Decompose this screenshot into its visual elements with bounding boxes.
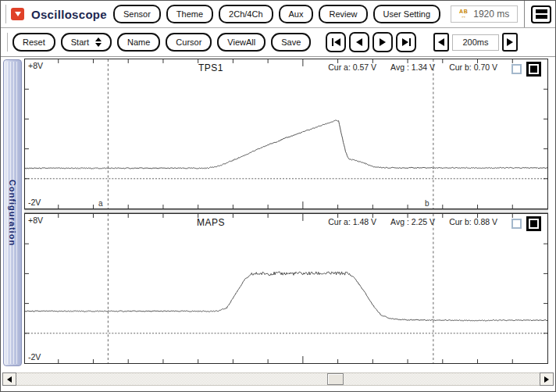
cursor-readouts: Cur a: 0.57 V Avg : 1.34 V Cur b: 0.70 V xyxy=(328,62,497,72)
step-back-icon xyxy=(356,38,362,46)
skip-end-icon xyxy=(402,38,408,46)
save-button[interactable]: Save xyxy=(271,33,311,52)
arrow-left-icon xyxy=(438,38,444,46)
step-forward-button[interactable] xyxy=(372,32,393,52)
cursor-b-readout: Cur b: 0.88 V xyxy=(449,217,497,226)
timebase-prev-button[interactable] xyxy=(433,33,449,52)
toolbar-grip xyxy=(7,33,8,52)
arrow-right-icon xyxy=(544,376,549,383)
cursor-readouts: Cur a: 1.48 V Avg : 2.25 V Cur b: 0.88 V xyxy=(328,217,497,226)
scale-bottom-label: -2V xyxy=(28,352,41,362)
skip-start-button[interactable] xyxy=(326,32,346,52)
viewall-button[interactable]: ViewAll xyxy=(217,33,266,52)
arrow-left-icon xyxy=(7,376,12,383)
toolbar-divider xyxy=(524,1,525,27)
elapsed-time-value: 1920 ms xyxy=(473,9,509,20)
caret-down-icon xyxy=(15,12,21,16)
window-menu-icon[interactable] xyxy=(531,5,551,23)
channel-panel-maps: +8V MAPS Cur a: 1.48 V Avg : 2.25 V Cur … xyxy=(24,213,548,364)
aux-button[interactable]: Aux xyxy=(279,5,314,23)
avg-readout: Avg : 2.25 V xyxy=(390,217,435,226)
start-button[interactable]: Start xyxy=(61,33,112,52)
scale-top-label: +8V xyxy=(28,61,43,70)
toolbar-grip xyxy=(5,5,6,23)
spinner-icon[interactable] xyxy=(95,37,102,47)
channel-title: TPS1 xyxy=(173,62,248,73)
playback-group xyxy=(326,32,416,52)
sensor-button[interactable]: Sensor xyxy=(113,5,161,23)
scroll-right-button[interactable] xyxy=(540,372,554,386)
cursor-button[interactable]: Cursor xyxy=(166,33,212,52)
reset-button[interactable]: Reset xyxy=(12,33,55,52)
app-menu-icon[interactable] xyxy=(11,8,24,20)
skip-end-button[interactable] xyxy=(396,32,416,52)
channel-checkbox-tps1[interactable] xyxy=(511,64,522,74)
oscilloscope-window: Oscilloscope Sensor Theme 2Ch/4Ch Aux Re… xyxy=(0,0,556,392)
skip-start-icon xyxy=(334,38,340,46)
name-button[interactable]: Name xyxy=(117,33,160,52)
horizontal-scrollbar[interactable] xyxy=(2,372,554,386)
channel-panel-tps1: +8V TPS1 Cur a: 0.57 V Avg : 1.34 V Cur … xyxy=(24,59,548,209)
theme-button[interactable]: Theme xyxy=(166,5,213,23)
cursor-a-readout: Cur a: 1.48 V xyxy=(328,217,376,226)
scroll-left-button[interactable] xyxy=(2,372,16,386)
cursor-a-readout: Cur a: 0.57 V xyxy=(328,62,376,72)
channel-color-indicator-tps1[interactable] xyxy=(526,62,541,77)
content-area: Configuration +8V TPS1 Cur a: 0.57 V Avg… xyxy=(1,57,555,368)
scale-top-label: +8V xyxy=(28,216,43,225)
cursor-a-label: a xyxy=(98,199,103,208)
configuration-tab[interactable]: Configuration xyxy=(3,59,22,366)
review-button[interactable]: Review xyxy=(319,5,367,23)
arrow-right-icon xyxy=(507,38,513,46)
channel-checkbox-maps[interactable] xyxy=(511,219,522,229)
avg-readout: Avg : 1.34 V xyxy=(390,62,435,72)
step-back-button[interactable] xyxy=(349,32,369,52)
title-toolbar: Oscilloscope Sensor Theme 2Ch/4Ch Aux Re… xyxy=(1,1,555,28)
waveform-plot-tps1[interactable] xyxy=(25,59,547,208)
ab-cursor-icon: AB ↔ xyxy=(459,9,468,19)
timebase-next-button[interactable] xyxy=(502,33,518,52)
scrollbar-track[interactable] xyxy=(16,372,540,386)
cursor-b-label: b xyxy=(425,199,429,208)
waveform-plot-maps[interactable] xyxy=(25,214,547,363)
timebase-group: 200ms xyxy=(433,33,518,52)
scope-panels: +8V TPS1 Cur a: 0.57 V Avg : 1.34 V Cur … xyxy=(24,59,548,368)
elapsed-time-display: AB ↔ 1920 ms xyxy=(451,5,518,23)
timebase-value: 200ms xyxy=(452,34,499,51)
scrollbar-thumb[interactable] xyxy=(327,373,344,385)
configuration-tab-label: Configuration xyxy=(8,180,17,246)
user-setting-button[interactable]: User Setting xyxy=(373,5,441,23)
channel-title: MAPS xyxy=(173,217,248,228)
sidebar: Configuration xyxy=(1,59,24,368)
channel-mode-button[interactable]: 2Ch/4Ch xyxy=(219,5,273,23)
channel-color-indicator-maps[interactable] xyxy=(526,216,541,231)
control-toolbar: Reset Start Name Cursor ViewAll Save 200… xyxy=(1,28,555,57)
step-forward-icon xyxy=(380,38,386,46)
page-title: Oscilloscope xyxy=(31,8,107,21)
cursor-b-readout: Cur b: 0.70 V xyxy=(449,62,497,72)
scale-bottom-label: -2V xyxy=(28,198,41,207)
